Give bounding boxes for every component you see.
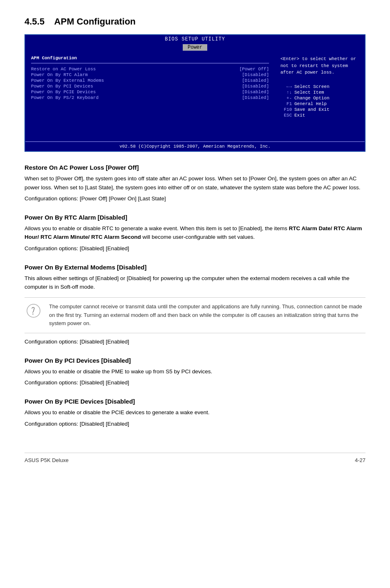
bios-row-label: Restore on AC Power Loss <box>31 67 96 72</box>
bios-row-value: [Disabled] <box>242 72 269 77</box>
bios-key-desc: General Help <box>294 101 327 106</box>
bios-key-row: ESCExit <box>280 113 359 118</box>
footer-left: ASUS P5K Deluxe <box>25 457 69 463</box>
bios-row-value: [Disabled] <box>242 95 269 100</box>
bios-key-name: +- <box>280 96 292 101</box>
content-sections: Restore On AC Power Loss [Power Off]When… <box>25 164 365 428</box>
subsection-heading-1: Power On By RTC Alarm [Disabled] <box>25 214 365 221</box>
section-number: 4.5.5 <box>25 16 45 27</box>
note-text: The computer cannot receive or transmit … <box>49 303 365 328</box>
bios-row-label: Power On By External Modems <box>31 78 104 83</box>
config-options: Configuration options: [Power Off] [Powe… <box>25 194 365 203</box>
body-paragraph: Allows you to enable or disable the PCIE… <box>25 408 365 417</box>
bios-keys: ←→Select Screen↑↓Select Item+-Change Opt… <box>280 84 359 118</box>
bios-row-label: Power On By PCI Devices <box>31 84 93 89</box>
bios-row: Power On By External Modems[Disabled] <box>31 78 269 83</box>
bios-section-label: APM Configuration <box>31 56 269 61</box>
note-box: The computer cannot receive or transmit … <box>25 297 365 333</box>
body-paragraph: This allows either settings of [Enabled]… <box>25 274 365 292</box>
body-paragraph: Allows you to enable or disable RTC to g… <box>25 224 365 242</box>
bios-key-name: ←→ <box>280 84 292 89</box>
bios-tab-bar: Power <box>25 43 365 52</box>
bios-key-desc: Select Item <box>294 90 324 95</box>
bios-key-name: F1 <box>280 101 292 106</box>
bios-row: Power On By PS/2 Keyboard[Disabled] <box>31 95 269 100</box>
bios-key-name: ↑↓ <box>280 90 292 95</box>
bios-key-row: ←→Select Screen <box>280 84 359 89</box>
bios-key-desc: Change Option <box>294 96 329 101</box>
body-paragraph: Allows you to enable or disable the PME … <box>25 367 365 376</box>
subsection-heading-3: Power On By PCI Devices [Disabled] <box>25 357 365 364</box>
subsection-heading-0: Restore On AC Power Loss [Power Off] <box>25 164 365 171</box>
bios-right-panel: <Enter> to select whether or not to rest… <box>275 52 365 141</box>
bios-screenshot: BIOS SETUP UTILITY Power APM Configurati… <box>25 34 365 152</box>
page-footer: ASUS P5K Deluxe 4-27 <box>25 453 365 463</box>
bios-row-value: [Power Off] <box>239 67 269 72</box>
bios-help-text: <Enter> to select whether or not to rest… <box>280 56 359 76</box>
bios-row: Power On By RTC Alarm[Disabled] <box>31 72 269 77</box>
bios-row-label: Power On By RTC Alarm <box>31 72 88 77</box>
bios-row-value: [Disabled] <box>242 78 269 83</box>
svg-point-1 <box>32 314 33 314</box>
subsection-heading-2: Power On By External Modems [Disabled] <box>25 264 365 271</box>
bios-tab-power: Power <box>183 44 207 51</box>
bios-key-row: F10Save and Exit <box>280 107 359 112</box>
section-title: 4.5.5 APM Configuration <box>25 16 365 27</box>
config-options: Configuration options: [Disabled] [Enabl… <box>25 337 365 346</box>
footer-right: 4-27 <box>355 457 365 463</box>
bios-key-row: +-Change Option <box>280 96 359 101</box>
bios-key-row: F1General Help <box>280 101 359 106</box>
bios-row-label: Power On By PCIE Devices <box>31 90 96 94</box>
bios-row-label: Power On By PS/2 Keyboard <box>31 95 99 100</box>
bios-key-row: ↑↓Select Item <box>280 90 359 95</box>
config-options: Configuration options: [Disabled] [Enabl… <box>25 420 365 429</box>
bios-row-value: [Disabled] <box>242 90 269 94</box>
bios-key-desc: Save and Exit <box>294 107 329 112</box>
bios-row: Restore on AC Power Loss[Power Off] <box>31 67 269 72</box>
bios-row: Power On By PCIE Devices[Disabled] <box>31 90 269 94</box>
bios-key-name: ESC <box>280 113 292 118</box>
config-options: Configuration options: [Disabled] [Enabl… <box>25 244 365 253</box>
config-options: Configuration options: [Disabled] [Enabl… <box>25 378 365 387</box>
bios-header-title: BIOS SETUP UTILITY <box>25 35 365 43</box>
body-paragraph: When set to [Power Off], the system goes… <box>25 174 365 192</box>
bios-row: Power On By PCI Devices[Disabled] <box>31 84 269 89</box>
bios-left-panel: APM Configuration Restore on AC Power Lo… <box>25 52 275 141</box>
bios-key-desc: Exit <box>294 113 305 118</box>
bios-key-name: F10 <box>280 107 292 112</box>
subsection-heading-4: Power On By PCIE Devices [Disabled] <box>25 398 365 405</box>
section-heading: APM Configuration <box>54 16 136 27</box>
bios-key-desc: Select Screen <box>294 84 329 89</box>
bios-footer: v02.58 (C)Copyright 1985-2007, American … <box>25 141 365 151</box>
note-icon <box>25 303 43 318</box>
bios-rows: Restore on AC Power Loss[Power Off]Power… <box>31 67 269 100</box>
bios-row-value: [Disabled] <box>242 84 269 89</box>
bios-content-area: APM Configuration Restore on AC Power Lo… <box>25 52 365 141</box>
